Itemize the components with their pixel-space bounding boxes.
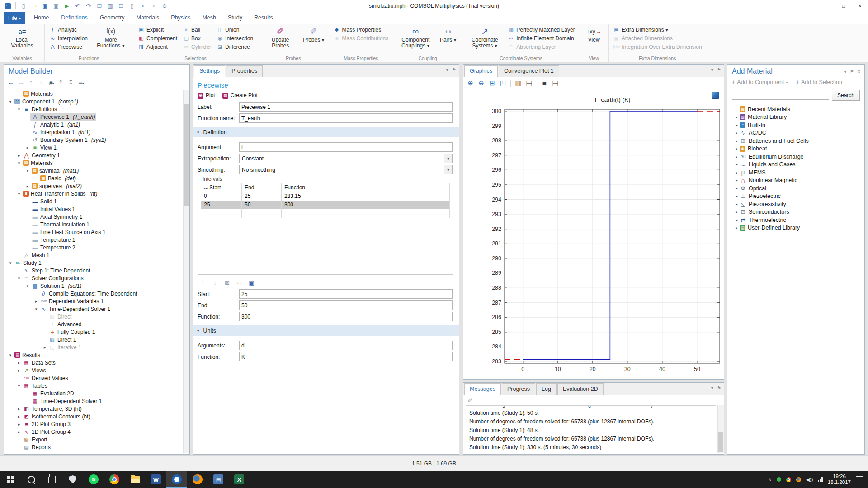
ribbon-tab-study[interactable]: Study <box>222 12 248 24</box>
taskbar-app-file-explorer[interactable] <box>125 471 146 488</box>
tray-status-green-icon[interactable] <box>777 477 781 482</box>
difference-button[interactable]: ◪Difference <box>214 42 256 51</box>
expander-open-icon[interactable]: ▾ <box>33 307 39 311</box>
box-button[interactable]: ▢Box <box>180 34 214 42</box>
save-to-file-button[interactable]: ▣ <box>248 278 255 286</box>
extra-dimensions-button[interactable]: ▣Extra Dimensions ▾ <box>610 25 705 34</box>
comsol-logo-button[interactable] <box>712 92 719 99</box>
scrollbar-thumb[interactable] <box>718 432 723 452</box>
tree-item-temperature-1[interactable]: ▬Temperature 1 <box>4 236 183 244</box>
expander-closed-icon[interactable]: ▸ <box>25 145 30 150</box>
expander-closed-icon[interactable]: ▸ <box>734 202 740 206</box>
tree-item-geometry-1[interactable]: ▸⋀Geometry 1 <box>4 151 183 159</box>
tree-item-boundary-system-1[interactable]: ↺Boundary System 1(sys1) <box>4 136 183 144</box>
tree-item-axial-symmetry-1[interactable]: ▬Axial Symmetry 1 <box>4 213 183 221</box>
expander-closed-icon[interactable]: ▸ <box>734 170 740 175</box>
tree-item-analytic-1[interactable]: ƒAnalytic 1(an1) <box>4 121 183 128</box>
interpolation-button[interactable]: ∿Interpolation <box>47 34 90 42</box>
tree-item-thermal-insulation-1[interactable]: ▬Thermal Insulation 1 <box>4 221 183 228</box>
save-button[interactable]: ▣ <box>40 1 50 11</box>
material-group-user-defined-library[interactable]: ▸▤User-Defined Library <box>727 224 864 232</box>
material-search-input[interactable] <box>732 90 829 100</box>
material-search-button[interactable]: Search <box>832 90 860 101</box>
tree-item-direct-1[interactable]: ▨Direct 1 <box>4 336 183 343</box>
zoom-box-button[interactable]: ⊞ <box>489 79 495 87</box>
tree-item-views[interactable]: ▸↗Views <box>4 366 183 374</box>
tab-convergence-plot-1[interactable]: Convergence Plot 1 <box>499 65 559 77</box>
tree-item-direct[interactable]: ▨Direct <box>4 313 183 320</box>
intervals-cell[interactable] <box>282 209 450 218</box>
column-header-function[interactable]: Function <box>282 183 450 192</box>
tree-item-fully-coupled-1[interactable]: +Fully Coupled 1 <box>4 328 183 336</box>
intervals-cell[interactable] <box>201 209 242 218</box>
show-options-button[interactable]: ◉▾ <box>47 78 54 86</box>
intervals-cell[interactable]: 25 <box>242 192 282 201</box>
union-button[interactable]: ◫Union <box>214 25 256 34</box>
expander-open-icon[interactable]: ▾ <box>8 353 13 357</box>
tree-item-results[interactable]: ▾▤Results <box>4 351 183 359</box>
find-button[interactable]: ⊙ <box>160 1 170 11</box>
expander-closed-icon[interactable]: ▸ <box>42 345 47 350</box>
tree-item-tables[interactable]: ▾▦Tables <box>4 382 183 389</box>
close-button[interactable]: ✕ <box>852 0 868 12</box>
complement-button[interactable]: ◧Complement <box>135 34 180 42</box>
column-header-start[interactable]: ▸▸Start <box>201 183 242 192</box>
new-file-button[interactable]: ▯ <box>19 1 28 11</box>
component-couplings-button[interactable]: ∞Component Couplings ▾ <box>395 25 436 49</box>
tree-item-iterative-1[interactable]: ▸◺Iterative 1 <box>4 343 183 351</box>
function-field[interactable] <box>239 312 453 321</box>
taskbar-app-firefox[interactable] <box>187 471 208 488</box>
piecewise-button[interactable]: ⋀Piecewise <box>47 42 90 51</box>
network-icon[interactable] <box>818 477 823 482</box>
tree-item-advanced[interactable]: ⊥Advanced <box>4 320 183 328</box>
tree-item-compile-equations-time-dependent[interactable]: ∂Compile Equations: Time Dependent <box>4 290 183 297</box>
material-group-liquids-and-gases[interactable]: ▸≈Liquids and Gases <box>727 161 864 169</box>
expander-closed-icon[interactable]: ▸ <box>734 139 740 143</box>
add-to-component-button[interactable]: +Add to Component▾ <box>732 79 788 85</box>
intervals-cell[interactable]: 283.15 <box>282 192 450 201</box>
material-group-thermoelectric[interactable]: ▸⇄Thermoelectric <box>727 216 864 224</box>
material-group-built-in[interactable]: ▸◔Built-In <box>727 121 864 129</box>
tree-item-evaluation-2d[interactable]: ▦Evaluation 2D <box>4 389 183 397</box>
expander-open-icon[interactable]: ▾ <box>25 169 30 173</box>
argument-field[interactable] <box>239 142 453 152</box>
tree-item-mesh-1[interactable]: △Mesh 1 <box>4 251 183 259</box>
update-probes-button[interactable]: ✐Update Probes <box>260 25 301 49</box>
comsol-logo-button[interactable]: ◠ <box>3 1 13 11</box>
collapse-levels-button[interactable]: ↧ <box>67 78 74 86</box>
expander-closed-icon[interactable]: ▸ <box>734 225 740 230</box>
ribbon-tab-home[interactable]: Home <box>28 12 55 24</box>
tree-item-export[interactable]: ▧Export <box>4 436 183 443</box>
zoom-extents-button[interactable]: ◰ <box>500 79 506 87</box>
material-group-bioheat[interactable]: ▸◉Bioheat <box>727 145 864 153</box>
volume-icon[interactable]: ◀)) <box>806 477 813 483</box>
material-group-mems[interactable]: ▸μMEMS <box>727 169 864 177</box>
file-menu-button[interactable]: File ▾ <box>4 12 25 24</box>
pin-icon[interactable]: ⚑ <box>717 385 721 390</box>
material-group-equilibrium-discharge[interactable]: ▸ΔuEquilibrium Discharge <box>727 153 864 161</box>
tab-messages[interactable]: Messages <box>464 383 501 395</box>
tray-expand-icon[interactable]: ∧ <box>768 477 771 483</box>
mass-properties-button[interactable]: ◆Mass Properties <box>331 25 392 34</box>
copy-button[interactable]: ❐ <box>94 1 104 11</box>
intervals-row[interactable] <box>201 209 450 218</box>
taskbar-app-defender[interactable] <box>62 471 83 488</box>
material-group-piezoelectric[interactable]: ▸⊥Piezoelectric <box>727 192 864 201</box>
ball-button[interactable]: ●Ball <box>180 25 214 34</box>
clear-messages-button[interactable]: ✐ <box>467 396 473 404</box>
tree-item-solid-1[interactable]: ▬Solid 1 <box>4 197 183 205</box>
pin-icon[interactable]: ⚑ <box>850 69 854 74</box>
tree-item-interpolation-1[interactable]: ∿Interpolation 1(int1) <box>4 128 183 136</box>
material-group-piezoresistivity[interactable]: ▸◺Piezoresistivity <box>727 200 864 208</box>
undo-button[interactable]: ↶ <box>73 1 83 11</box>
select-box-button[interactable]: ▫ <box>138 1 148 11</box>
material-group-ac-dc[interactable]: ▸ϟAC/DC <box>727 129 864 137</box>
row-down-button[interactable]: ↓ <box>212 278 218 286</box>
expander-closed-icon[interactable]: ▸ <box>734 218 740 222</box>
intervals-cell[interactable]: 25 <box>201 201 242 209</box>
intervals-cell[interactable]: 300 <box>282 201 450 209</box>
tree-item-derived-values[interactable]: 8.85Derived Values <box>4 374 183 382</box>
tree-item-materials[interactable]: ▦Materials <box>4 90 183 98</box>
expander-closed-icon[interactable]: ▸ <box>734 162 740 167</box>
end-field[interactable] <box>239 300 453 310</box>
